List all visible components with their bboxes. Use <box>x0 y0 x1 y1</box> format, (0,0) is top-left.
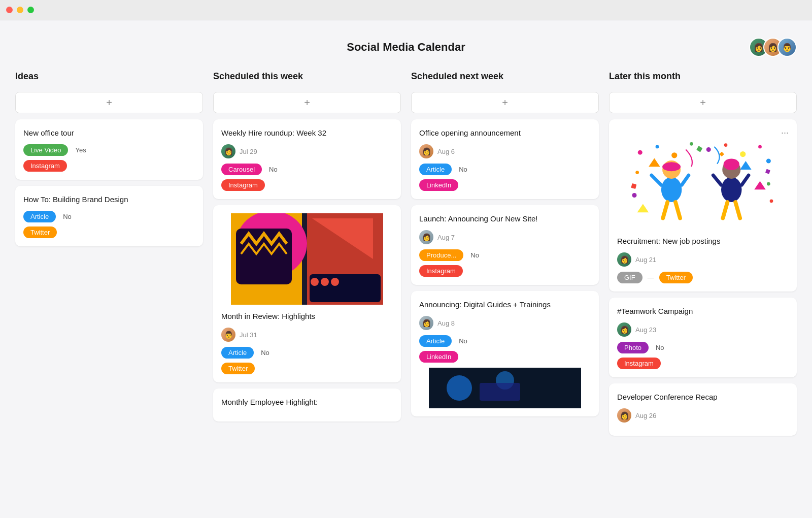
card-weekly-hire-field1: No <box>269 166 278 173</box>
svg-point-22 <box>740 151 746 157</box>
card-month-review-field1: No <box>261 349 269 357</box>
card-brand-design-title: How To: Building Brand Design <box>23 194 195 205</box>
card-teamwork-extra-tags: Instagram <box>617 358 789 369</box>
card-weekly-hire-tags: Carousel No <box>221 164 393 175</box>
card-new-site-title: Launch: Announcing Our New Site! <box>419 213 591 224</box>
tag-live-video: Live Video <box>23 144 68 156</box>
svg-point-42 <box>724 159 740 171</box>
card-recruitment-date: Aug 21 <box>635 256 656 264</box>
card-recruitment-title: Recruitment: New job postings <box>617 236 789 246</box>
svg-point-9 <box>321 278 329 286</box>
tag-twitter-2: Twitter <box>221 363 255 374</box>
svg-point-26 <box>767 182 770 186</box>
card-teamwork-date: Aug 23 <box>635 326 656 334</box>
card-new-site-meta: 👩 Aug 7 <box>419 230 591 244</box>
card-digital-guides-date: Aug 8 <box>437 319 455 327</box>
svg-point-35 <box>662 162 681 171</box>
column-next-week: Scheduled next week + Office opening ann… <box>411 69 599 436</box>
card-recruitment-meta: 👩 Aug 21 <box>617 252 789 267</box>
card-new-office-tags: Live Video Yes <box>23 144 195 156</box>
card-weekly-hire-date: Jul 29 <box>240 148 257 155</box>
card-brand-design-tags: Article No <box>23 211 195 222</box>
svg-rect-14 <box>480 383 520 401</box>
svg-point-17 <box>656 145 659 149</box>
card-office-opening: Office opening announcement 👩 Aug 6 Arti… <box>411 119 599 199</box>
card-dev-conference: Developer Conference Recap 👩 Aug 26 <box>609 383 797 436</box>
column-ideas: Ideas + New office tour Live Video Yes I… <box>15 69 203 436</box>
tag-linkedin-1: LinkedIn <box>419 179 458 191</box>
svg-point-23 <box>758 145 762 149</box>
card-month-review-tags: Article No <box>221 347 393 359</box>
card-weekly-hire-extra-tags: Instagram <box>221 179 393 191</box>
svg-point-18 <box>671 152 677 158</box>
card-new-office-title: New office tour <box>23 127 195 138</box>
card-office-opening-date: Aug 6 <box>437 148 455 155</box>
header: Social Media Calendar 👩 👩 👨 <box>15 30 797 69</box>
svg-point-10 <box>331 278 339 286</box>
tag-gif: GIF <box>617 272 642 283</box>
card-month-review-avatar: 👨 <box>221 328 235 342</box>
svg-point-8 <box>311 278 319 286</box>
tag-instagram-1: Instagram <box>23 160 67 172</box>
card-digital-guides: Announcing: Digital Guides + Trainings 👩… <box>411 291 599 416</box>
svg-rect-15 <box>629 138 777 230</box>
svg-point-19 <box>690 142 693 146</box>
svg-point-12 <box>447 375 472 401</box>
card-recruitment-more[interactable]: ··· <box>781 127 789 138</box>
card-new-office-field1: Yes <box>75 146 86 154</box>
card-recruitment: ··· <box>609 119 797 292</box>
tag-linkedin-2: LinkedIn <box>419 351 458 363</box>
card-brand-design: How To: Building Brand Design Article No… <box>15 186 203 246</box>
maximize-dot[interactable] <box>27 7 34 13</box>
minimize-dot[interactable] <box>17 7 23 13</box>
card-new-site-tags: Produce... No <box>419 249 591 261</box>
card-recruitment-avatar: 👩 <box>617 252 631 267</box>
card-brand-design-extra-tags: Twitter <box>23 226 195 238</box>
card-office-opening-tags: Article No <box>419 164 591 175</box>
svg-point-27 <box>632 193 637 198</box>
avatar-3: 👨 <box>777 38 797 57</box>
card-month-review-meta: 👨 Jul 31 <box>221 328 393 342</box>
card-digital-guides-extra-tags: LinkedIn <box>419 351 591 363</box>
card-month-review-extra-tags: Twitter <box>221 363 393 374</box>
close-dot[interactable] <box>6 7 13 13</box>
card-dev-conference-date: Aug 26 <box>635 412 656 419</box>
card-office-opening-title: Office opening announcement <box>419 127 591 138</box>
card-digital-guides-field1: No <box>459 337 467 345</box>
svg-point-28 <box>770 199 773 203</box>
card-digital-guides-avatar: 👩 <box>419 316 433 330</box>
card-new-site-avatar: 👩 <box>419 230 433 244</box>
add-card-next-week[interactable]: + <box>411 92 599 113</box>
card-teamwork-title: #Teamwork Campaign <box>617 306 789 316</box>
card-new-site-date: Aug 7 <box>437 234 455 241</box>
tag-article-4: Article <box>419 335 452 347</box>
card-monthly-employee: Monthly Employee Highlight: <box>213 388 401 422</box>
svg-point-20 <box>706 147 711 152</box>
add-card-this-week[interactable]: + <box>213 92 401 113</box>
card-office-opening-field1: No <box>459 166 467 173</box>
card-month-review-image <box>221 213 393 305</box>
page-title: Social Media Calendar <box>347 41 465 54</box>
tag-article-1: Article <box>23 211 56 222</box>
card-office-opening-avatar: 👩 <box>419 144 433 158</box>
tag-twitter-3: Twitter <box>659 272 693 283</box>
tag-photo: Photo <box>617 342 649 353</box>
svg-point-21 <box>724 143 728 147</box>
card-teamwork-field1: No <box>656 344 664 351</box>
add-card-ideas[interactable]: + <box>15 92 203 113</box>
card-office-opening-meta: 👩 Aug 6 <box>419 144 591 158</box>
card-digital-guides-image <box>419 368 591 408</box>
tag-carousel: Carousel <box>221 164 262 175</box>
tag-produce: Produce... <box>419 249 463 261</box>
column-later: Later this month + ··· <box>609 69 797 436</box>
card-recruitment-tags: GIF — Twitter <box>617 272 789 283</box>
card-digital-guides-tags: Article No <box>419 335 591 347</box>
card-dev-conference-title: Developer Conference Recap <box>617 392 789 402</box>
card-teamwork-avatar: 👩 <box>617 322 631 337</box>
separator: — <box>648 274 654 281</box>
add-card-later[interactable]: + <box>609 92 797 113</box>
title-bar <box>0 0 812 20</box>
card-recruitment-image <box>617 138 789 230</box>
column-later-header: Later this month <box>609 69 797 86</box>
card-teamwork: #Teamwork Campaign 👩 Aug 23 Photo No Ins… <box>609 298 797 377</box>
